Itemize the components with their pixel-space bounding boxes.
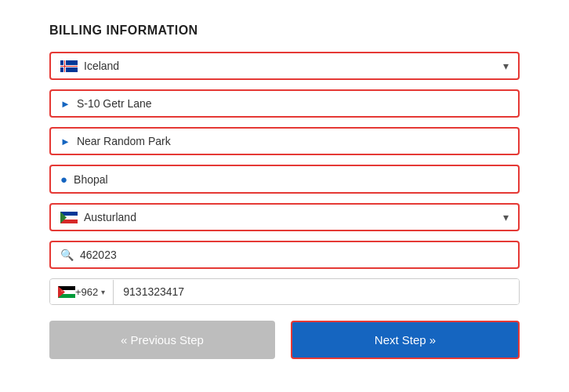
billing-form: BILLING INFORMATION ► ► ● — [49, 16, 520, 359]
address2-icon: ► — [60, 136, 71, 147]
location-icon: ● — [60, 172, 67, 186]
country-field-group — [49, 52, 520, 80]
state-field-group — [49, 203, 520, 231]
buttons-row: « Previous Step Next Step » — [49, 321, 520, 359]
address1-field-group: ► — [49, 89, 520, 118]
phone-field-group: +962 ▾ — [49, 278, 520, 305]
page-title: BILLING INFORMATION — [49, 24, 520, 38]
address1-icon: ► — [60, 98, 71, 110]
postal-field-group: 🔍 — [49, 241, 520, 269]
iceland-flag-icon — [60, 60, 78, 72]
country-input[interactable] — [84, 60, 509, 72]
jordan-flag-icon — [58, 286, 75, 298]
address2-field-group: ► — [49, 127, 520, 155]
address2-input[interactable] — [77, 135, 509, 147]
postal-field[interactable]: 🔍 — [49, 241, 520, 269]
phone-country-code: +962 — [75, 286, 98, 298]
address2-field[interactable]: ► — [49, 127, 520, 155]
state-dropdown[interactable] — [49, 203, 520, 231]
city-field[interactable]: ● — [49, 165, 520, 194]
address1-field[interactable]: ► — [49, 89, 520, 118]
austurland-flag-icon — [60, 212, 78, 223]
prev-step-button[interactable]: « Previous Step — [49, 321, 275, 359]
country-dropdown[interactable] — [49, 52, 520, 80]
state-input[interactable] — [84, 211, 509, 223]
phone-input[interactable] — [114, 279, 519, 304]
phone-dropdown-arrow: ▾ — [101, 288, 105, 296]
city-input[interactable] — [74, 173, 509, 186]
phone-country-selector[interactable]: +962 ▾ — [50, 280, 114, 304]
city-field-group: ● — [49, 165, 520, 194]
address1-input[interactable] — [77, 97, 509, 110]
phone-row: +962 ▾ — [49, 278, 520, 305]
postal-input[interactable] — [80, 249, 509, 261]
svg-rect-4 — [60, 66, 78, 67]
postal-icon: 🔍 — [60, 249, 74, 261]
next-step-button[interactable]: Next Step » — [291, 321, 520, 359]
